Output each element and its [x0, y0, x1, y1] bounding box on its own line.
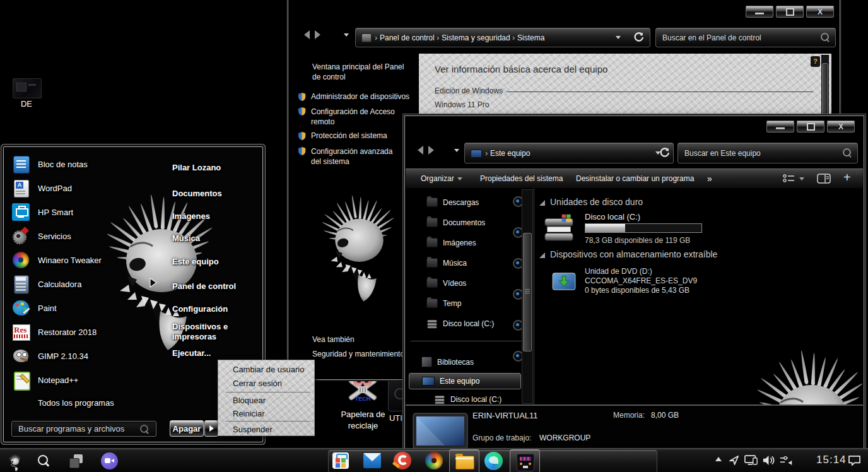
refresh-icon[interactable]	[659, 147, 671, 158]
cast-display-icon[interactable]	[744, 454, 758, 466]
nav-item-imagenes[interactable]: Imágenes	[426, 238, 476, 247]
nav-item-este-equipo-selected[interactable]: Este equipo	[409, 373, 521, 389]
system-properties-button[interactable]: Propiedades del sistema	[480, 169, 563, 188]
breadcrumb-item-sistema[interactable]: Sistema	[517, 33, 544, 42]
toolbar-overflow-button[interactable]: »	[707, 169, 712, 188]
start-search-box[interactable]	[11, 421, 156, 437]
taskbar-search-button[interactable]	[37, 454, 52, 469]
location-icon[interactable]	[728, 454, 740, 466]
program-notepad-plus-plus[interactable]: Notepad++	[11, 370, 78, 389]
sidebar-item-remote-access[interactable]: Configuración de Acceso remoto	[297, 107, 399, 127]
nav-item-documentos[interactable]: Documentos	[426, 218, 485, 227]
change-view-icon[interactable]	[783, 174, 795, 184]
cp-history-dropdown[interactable]	[344, 33, 349, 37]
pinned-mail-button[interactable]	[363, 453, 381, 468]
maximize-button[interactable]	[775, 5, 804, 18]
ex-forward-button[interactable]	[428, 146, 434, 155]
pinned-ccleaner-button[interactable]	[394, 452, 411, 469]
start-item-ejecutar[interactable]: Ejecutar...	[172, 348, 211, 358]
maximize-button[interactable]	[796, 120, 825, 133]
program-hp-smart[interactable]: HP Smart	[11, 203, 73, 221]
breadcrumb-item-seguridad[interactable]: Sistema y seguridad	[442, 33, 510, 42]
scrollbar-thumb[interactable]	[523, 233, 532, 351]
cp-search-box[interactable]	[655, 28, 836, 47]
sidebar-item-system-protection[interactable]: Protección del sistema	[297, 131, 387, 141]
start-search-input[interactable]	[17, 423, 136, 435]
power-item-cerrar-sesion[interactable]: Cerrar sesión	[218, 377, 314, 389]
start-user-name[interactable]: Pilar Lozano	[172, 163, 221, 172]
taskbar-themed-app-button[interactable]	[510, 449, 540, 472]
pinned-edge-button[interactable]	[484, 452, 503, 470]
sidebar-item-device-manager[interactable]: Administrador de dispositivos	[297, 92, 409, 102]
see-also-link-security[interactable]: Seguridad y mantenimiento	[312, 350, 407, 358]
notification-center-icon[interactable]	[848, 454, 861, 466]
nav-item-disco-local-tree[interactable]: Disco local (C:)	[434, 394, 501, 404]
dvd-item[interactable]: Unidad de DVD (D:) CCCOMA_X64FRE_ES-ES_D…	[541, 266, 742, 300]
program-paint[interactable]: Paint	[11, 298, 57, 317]
group-header-hard-drives[interactable]: Unidades de disco duro	[539, 197, 643, 207]
scrollbar-thumb[interactable]	[822, 63, 828, 115]
ex-address-bar[interactable]: › Este equipo	[464, 143, 674, 163]
cp-search-input[interactable]	[661, 30, 816, 45]
program-winaero-tweaker[interactable]: Winaero Tweaker	[11, 251, 102, 269]
power-item-bloquear[interactable]: Bloquear	[218, 394, 314, 406]
power-item-cambiar-usuario[interactable]: Cambiar de usuario	[218, 363, 314, 375]
nav-item-musica[interactable]: Música	[426, 258, 467, 268]
tray-expand-button[interactable]	[715, 457, 722, 461]
help-icon[interactable]: +	[843, 170, 851, 185]
ex-search-input[interactable]	[683, 145, 838, 162]
program-wordpad[interactable]: A WordPad	[11, 179, 72, 198]
taskbar-file-explorer-button[interactable]	[449, 449, 479, 472]
ex-history-dropdown[interactable]	[454, 149, 459, 152]
start-item-dispositivos[interactable]: Dispositivos e impresoras	[172, 322, 248, 342]
start-button[interactable]	[3, 449, 28, 472]
cp-address-bar[interactable]: › Panel de control › Sistema y seguridad…	[355, 28, 650, 47]
chat-button[interactable]	[101, 452, 118, 469]
task-view-button[interactable]	[69, 454, 85, 468]
program-servicios[interactable]: Servicios	[11, 227, 71, 245]
desktop-icon-de[interactable]: DE	[9, 76, 47, 112]
minimize-button[interactable]	[766, 120, 795, 133]
program-restorator[interactable]: Res Restorator 2018	[11, 322, 97, 341]
volume-mixer-icon[interactable]	[780, 454, 794, 466]
start-item-este-equipo[interactable]: Este equipo	[172, 257, 219, 266]
nav-scrollbar[interactable]	[522, 189, 533, 404]
power-item-reiniciar[interactable]: Reiniciar	[218, 407, 314, 420]
organize-menu-button[interactable]: Organizar	[421, 169, 462, 188]
refresh-icon[interactable]	[633, 32, 645, 43]
program-calculadora[interactable]: Calculadora	[11, 274, 81, 293]
ex-back-button[interactable]	[418, 146, 423, 155]
pinned-store-button[interactable]	[332, 452, 349, 469]
sidebar-item-advanced-settings[interactable]: Configuración avanzada del sistema	[297, 146, 403, 167]
nav-item-bibliotecas[interactable]: Bibliotecas	[421, 357, 474, 367]
help-button[interactable]: ?	[811, 56, 820, 67]
ex-search-box[interactable]	[677, 143, 858, 163]
close-button[interactable]: X	[826, 120, 855, 133]
program-bloc-de-notas[interactable]: Bloc de notas	[11, 155, 88, 174]
sidebar-item-home[interactable]: Ventana principal del Panel de control	[312, 62, 408, 82]
start-item-configuracion[interactable]: Configuración	[172, 304, 228, 314]
drive-item-c[interactable]: Disco local (C:) 78,3 GB disponibles de …	[541, 212, 730, 250]
power-item-suspender[interactable]: Suspender	[218, 423, 314, 435]
preview-pane-icon[interactable]	[817, 174, 831, 184]
nav-item-disco-local-fav[interactable]: Disco local (C:)	[426, 319, 494, 329]
volume-icon[interactable]	[762, 454, 775, 466]
shutdown-options-button[interactable]	[204, 420, 218, 437]
start-item-documentos[interactable]: Documentos	[172, 189, 222, 198]
nav-item-temp[interactable]: Temp	[426, 298, 461, 308]
cp-forward-button[interactable]	[315, 30, 320, 39]
breadcrumb-item-este-equipo[interactable]: Este equipo	[490, 149, 530, 158]
close-button[interactable]: X	[806, 5, 835, 18]
nav-item-descargas[interactable]: Descargas	[426, 198, 479, 207]
all-programs-button[interactable]: Todos los programas	[38, 398, 114, 408]
cp-back-button[interactable]	[304, 30, 310, 39]
pinned-swirl-app-button[interactable]	[425, 452, 443, 469]
uninstall-program-button[interactable]: Desinstalar o cambiar un programa	[576, 169, 694, 188]
nav-item-videos[interactable]: Vídeos	[426, 278, 466, 288]
shutdown-button[interactable]: Apagar	[170, 420, 204, 437]
start-item-musica[interactable]: Música	[172, 233, 200, 243]
address-dropdown[interactable]	[616, 36, 621, 39]
tray-clock[interactable]: 15:14	[816, 454, 852, 466]
minimize-button[interactable]	[745, 5, 774, 18]
group-header-removable[interactable]: Dispositivos con almacenamiento extraíbl…	[539, 249, 717, 259]
